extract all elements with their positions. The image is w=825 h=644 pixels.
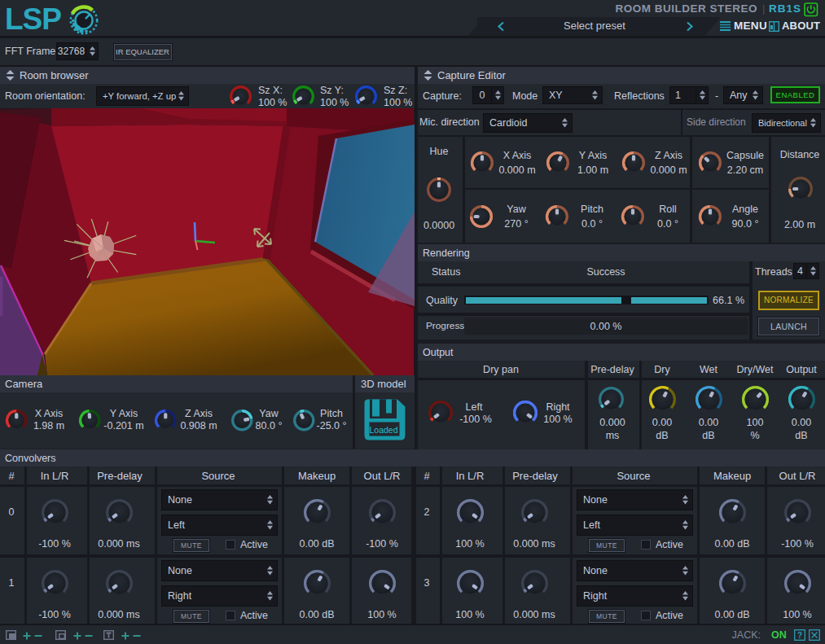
svg-text:?: ? — [797, 631, 802, 640]
svg-text:LSP: LSP — [5, 2, 61, 36]
